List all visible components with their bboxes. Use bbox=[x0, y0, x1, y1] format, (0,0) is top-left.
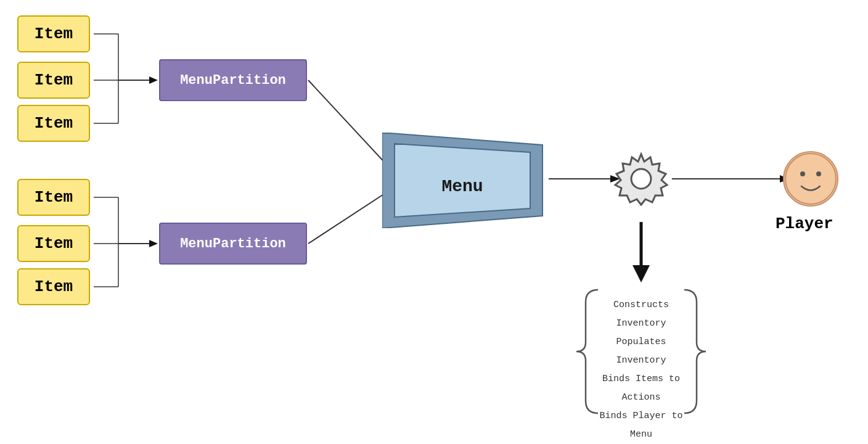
desc-line-2: Populates Inventory bbox=[592, 333, 690, 370]
menu-box-svg: Menu bbox=[382, 133, 555, 228]
svg-point-28 bbox=[800, 171, 805, 176]
description-list: Constructs Inventory Populates Inventory… bbox=[592, 296, 690, 444]
svg-marker-21 bbox=[633, 265, 650, 282]
player-avatar bbox=[783, 151, 838, 207]
desc-line-3: Binds Items to Actions bbox=[592, 370, 690, 407]
svg-marker-11 bbox=[149, 240, 158, 247]
item-1-3: Item bbox=[17, 105, 90, 142]
player-label: Player bbox=[776, 215, 833, 233]
svg-line-12 bbox=[308, 80, 388, 166]
svg-point-26 bbox=[631, 169, 651, 189]
item-1-1: Item bbox=[17, 15, 90, 52]
menu-partition-1: MenuPartition bbox=[159, 59, 307, 101]
gear-icon bbox=[610, 148, 672, 210]
desc-line-1: Constructs Inventory bbox=[592, 296, 690, 333]
item-2-1: Item bbox=[17, 179, 90, 216]
menu-partition-2: MenuPartition bbox=[159, 223, 307, 265]
svg-marker-5 bbox=[149, 76, 158, 84]
svg-text:Menu: Menu bbox=[441, 177, 483, 196]
svg-point-29 bbox=[816, 171, 821, 176]
svg-point-27 bbox=[785, 154, 836, 204]
item-2-2: Item bbox=[17, 225, 90, 262]
item-1-2: Item bbox=[17, 62, 90, 99]
desc-line-4: Binds Player to Menu bbox=[592, 407, 690, 444]
svg-line-14 bbox=[308, 191, 388, 244]
diagram: Item Item Item MenuPartition Item Item I… bbox=[0, 0, 868, 444]
item-2-3: Item bbox=[17, 268, 90, 305]
